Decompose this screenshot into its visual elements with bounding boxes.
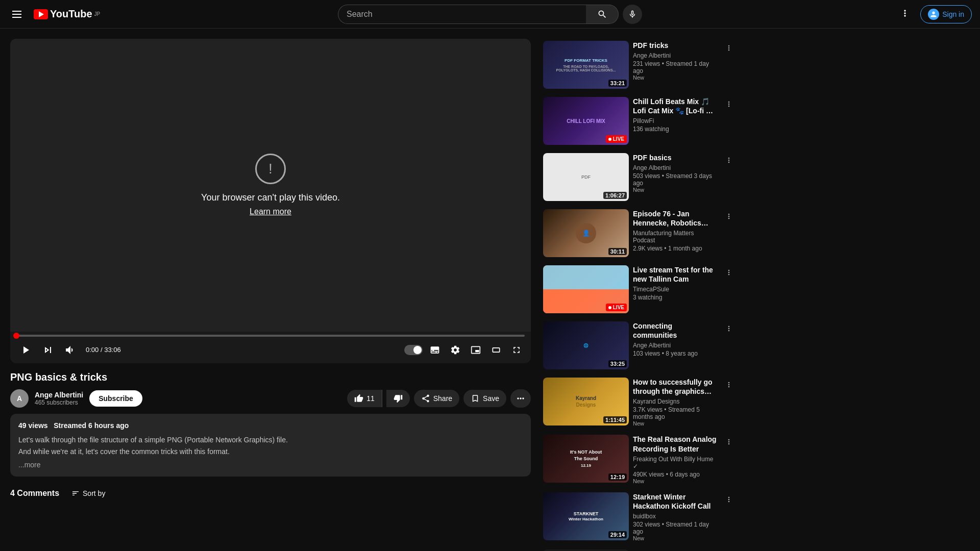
like-button[interactable]: 11	[347, 390, 382, 407]
sort-icon	[71, 489, 80, 497]
sidebar-video-meta: 103 views • 8 years ago	[633, 350, 718, 357]
search-input[interactable]	[338, 5, 586, 24]
youtube-logo[interactable]: YouTubeJP	[34, 8, 100, 20]
sidebar-video-status: New	[633, 187, 718, 193]
play-triangle	[39, 11, 44, 17]
sidebar-thumbnail: KayrandDesigns1:11:45	[543, 378, 629, 425]
channel-name[interactable]: Ange Albertini	[35, 391, 83, 399]
sidebar-video-meta: 3.7K views • Streamed 5 months ago	[633, 406, 718, 420]
sidebar-video-title: PDF basics	[633, 153, 718, 162]
sidebar-video-item[interactable]: LIVELive stream Test for the new Tallinn…	[541, 263, 738, 315]
miniplayer-icon	[471, 345, 481, 355]
header-left: YouTubeJP	[8, 7, 110, 22]
sidebar-video-item[interactable]: STARKNETWinter Hackathon29:14Starknet Wi…	[541, 490, 738, 543]
more-vert-icon	[900, 8, 910, 18]
sidebar-video-meta: 231 views • Streamed 1 day ago	[633, 60, 718, 74]
sidebar-video-item[interactable]: PDF1:06:27PDF basicsAnge Albertini503 vi…	[541, 151, 738, 203]
save-button[interactable]: Save	[463, 390, 506, 407]
search-bar	[338, 5, 619, 24]
progress-bar[interactable]	[16, 335, 525, 337]
sidebar-video-menu-button[interactable]	[722, 321, 736, 336]
sidebar-video-menu-button[interactable]	[722, 41, 736, 55]
sidebar-video-status: New	[633, 420, 718, 427]
skip-next-icon	[42, 344, 54, 356]
sidebar-video-item[interactable]: It's NOT AboutThe Sound12.1912:19The Rea…	[541, 433, 738, 486]
sidebar-video-title: Chill Lofi Beats Mix 🎵 Lofi Cat Mix 🐾 [L…	[633, 97, 718, 115]
duration-badge: 33:25	[608, 360, 627, 367]
channel-row: A Ange Albertini 465 subscribers Subscri…	[10, 389, 531, 408]
video-player: ! Your browser can't play this video. Le…	[10, 39, 531, 363]
toggle-switch[interactable]	[404, 345, 423, 355]
show-more-button[interactable]: ...more	[18, 459, 523, 470]
header-right: Sign in	[870, 4, 972, 24]
search-icon	[597, 9, 607, 19]
sidebar-video-info: The Real Reason Analog Recording Is Bett…	[633, 435, 718, 484]
sidebar-video-menu-button[interactable]	[722, 435, 736, 449]
duration-badge: 29:14	[608, 531, 627, 538]
sidebar-video-title: Episode 76 - Jan Hennecke, Robotics Prod…	[633, 209, 718, 228]
sidebar-video-channel: Ange Albertini	[633, 342, 718, 349]
sidebar-thumbnail: LIVE	[543, 265, 629, 313]
thumbs-down-icon	[394, 394, 403, 403]
sidebar-video-menu-button[interactable]	[722, 153, 736, 167]
sidebar-video-menu-button[interactable]	[722, 265, 736, 280]
sidebar-video-item[interactable]: KayrandDesigns1:11:45How to successfully…	[541, 375, 738, 429]
search-button[interactable]	[586, 5, 619, 24]
sign-in-button[interactable]: Sign in	[920, 5, 972, 23]
sidebar-video-info: Episode 76 - Jan Hennecke, Robotics Prod…	[633, 209, 718, 257]
sidebar-video-info: Chill Lofi Beats Mix 🎵 Lofi Cat Mix 🐾 [L…	[633, 97, 718, 145]
fullscreen-icon	[511, 345, 522, 355]
header: YouTubeJP Sign in	[0, 0, 980, 29]
sidebar-video-item[interactable]: CHILL LOFI MIXLIVEChill Lofi Beats Mix 🎵…	[541, 95, 738, 147]
sidebar-video-status: New	[633, 535, 718, 541]
sidebar-video-status: New	[633, 478, 718, 484]
mic-button[interactable]	[623, 5, 642, 24]
youtube-logo-icon	[34, 9, 48, 19]
sidebar-video-item[interactable]: 🎸TrueFire Live: Fareed HaqueTrueFire ✓42…	[541, 547, 738, 551]
sidebar-video-meta: 2.9K views • 1 month ago	[633, 245, 718, 252]
more-options-button[interactable]	[896, 4, 914, 24]
miniplayer-button[interactable]	[468, 342, 484, 358]
fullscreen-button[interactable]	[508, 342, 525, 358]
share-label: Share	[433, 394, 452, 403]
sidebar-thumbnail: PDF FORMAT TRICKSTHE ROAD TO PAYLOADS,PO…	[543, 41, 629, 89]
sidebar-video-channel: PillowFi	[633, 117, 718, 124]
theater-button[interactable]	[488, 342, 504, 358]
hamburger-menu[interactable]	[8, 7, 26, 22]
more-actions-button[interactable]	[510, 389, 531, 408]
subtitles-button[interactable]	[427, 342, 443, 358]
play-button[interactable]	[16, 341, 35, 359]
sidebar-video-item[interactable]: 👤30:11Episode 76 - Jan Hennecke, Robotic…	[541, 207, 738, 259]
comments-section: 4 Comments Sort by	[10, 489, 531, 498]
share-button[interactable]: Share	[414, 390, 459, 407]
sidebar-video-title: Connecting communities	[633, 321, 718, 340]
channel-details: Ange Albertini 465 subscribers	[35, 391, 83, 406]
theater-icon	[491, 345, 501, 355]
sidebar-video-menu-button[interactable]	[722, 97, 736, 111]
sidebar-video-channel: TimecaPSule	[633, 286, 718, 293]
dislike-button[interactable]	[386, 390, 410, 407]
channel-subscribers: 465 subscribers	[35, 399, 83, 406]
sidebar-video-item[interactable]: PDF FORMAT TRICKSTHE ROAD TO PAYLOADS,PO…	[541, 39, 738, 91]
sidebar-video-channel: buidlbox	[633, 513, 718, 520]
autoplay-toggle[interactable]	[404, 345, 423, 355]
settings-button[interactable]	[447, 342, 463, 358]
channel-avatar[interactable]: A	[10, 389, 29, 408]
volume-button[interactable]	[61, 341, 80, 359]
subscribe-button[interactable]: Subscribe	[89, 390, 142, 407]
sidebar-video-menu-button[interactable]	[722, 209, 736, 223]
sort-by-label: Sort by	[83, 489, 105, 497]
video-content-area: ! Your browser can't play this video. Le…	[10, 39, 531, 332]
sort-by-button[interactable]: Sort by	[71, 489, 105, 497]
player-controls: 0:00 / 33:06	[10, 337, 531, 363]
sidebar-video-item[interactable]: 🌐33:25Connecting communitiesAnge Alberti…	[541, 319, 738, 371]
sidebar-video-menu-button[interactable]	[722, 492, 736, 507]
next-button[interactable]	[39, 341, 57, 359]
sidebar-video-channel: Freaking Out With Billy Hume ✓	[633, 456, 718, 470]
sign-in-label: Sign in	[942, 10, 964, 18]
sidebar-video-menu-button[interactable]	[722, 378, 736, 392]
sidebar-video-info: How to successfully go through the graph…	[633, 378, 718, 427]
sidebar-video-info: Starknet Winter Hackathon Kickoff Callbu…	[633, 492, 718, 541]
learn-more-link[interactable]: Learn more	[250, 207, 291, 216]
duration-badge: 1:11:45	[603, 416, 627, 423]
